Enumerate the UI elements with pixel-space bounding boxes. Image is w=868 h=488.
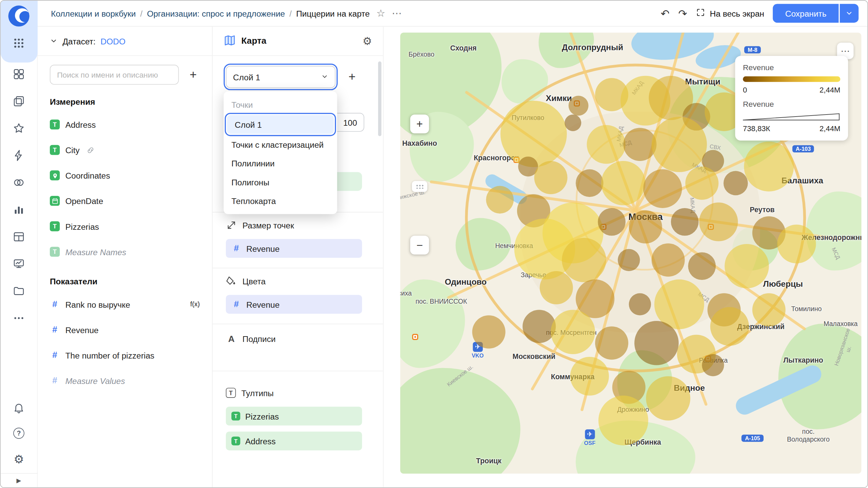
- colors-field-chip[interactable]: # Revenue: [226, 295, 362, 314]
- nav-datasets-icon[interactable]: [12, 230, 25, 243]
- map-bubble[interactable]: [652, 117, 707, 172]
- app-window: ? ⚙ ▶ Коллекции и воркбуки / Организации…: [0, 0, 868, 488]
- help-icon[interactable]: ?: [12, 427, 25, 440]
- map-bubble[interactable]: [752, 293, 786, 327]
- field-measure-names[interactable]: T Measure Names: [38, 239, 212, 264]
- map-bubble[interactable]: [570, 357, 609, 395]
- search-input[interactable]: [50, 65, 179, 85]
- field-revenue[interactable]: # Revenue: [38, 317, 212, 343]
- dropdown-option-points[interactable]: Точки: [224, 95, 337, 114]
- map-bubble[interactable]: [522, 310, 556, 343]
- field-measure-values[interactable]: # Measure Values: [38, 368, 212, 393]
- map-bubble[interactable]: [562, 238, 607, 282]
- zoom-in-button[interactable]: +: [410, 115, 429, 134]
- panel-scrollbar[interactable]: [378, 61, 381, 136]
- field-city[interactable]: T City: [38, 137, 212, 163]
- nav-workbooks-icon[interactable]: [12, 95, 25, 108]
- map-bubble[interactable]: [777, 224, 816, 263]
- apps-grid-icon[interactable]: [12, 37, 25, 50]
- map-bubble[interactable]: [629, 293, 651, 315]
- chart-settings-gear-icon[interactable]: ⚙: [362, 36, 372, 46]
- nav-files-icon[interactable]: [12, 284, 25, 298]
- map-bubble[interactable]: [629, 210, 662, 244]
- notifications-bell-icon[interactable]: [12, 401, 25, 414]
- dropdown-option-heatmap[interactable]: Теплокарта: [224, 191, 337, 210]
- dropdown-option-layer1-selected[interactable]: Слой 1: [227, 115, 334, 134]
- add-field-button[interactable]: +: [184, 66, 202, 83]
- settings-gear-icon[interactable]: ⚙: [12, 452, 25, 465]
- map-bubble[interactable]: [598, 395, 648, 445]
- map-bubble[interactable]: [724, 244, 769, 288]
- breadcrumb-link-collections[interactable]: Коллекции и воркбуки: [51, 8, 136, 18]
- text-type-icon: T: [50, 120, 60, 129]
- nav-dashboards-icon[interactable]: [12, 257, 25, 270]
- nav-connections-icon[interactable]: [12, 176, 25, 189]
- layer-select[interactable]: Слой 1: [226, 66, 335, 88]
- map-bubble[interactable]: [685, 166, 718, 200]
- undo-icon[interactable]: ↶: [660, 8, 669, 19]
- map-bubble[interactable]: [601, 161, 646, 205]
- field-label: Address: [65, 120, 96, 129]
- field-number-of-pizzerias[interactable]: # The number of pizzerias: [38, 343, 212, 368]
- map-bubble[interactable]: [646, 376, 690, 421]
- field-opendate[interactable]: OpenDate: [38, 188, 212, 214]
- dropdown-option-clustered[interactable]: Точки с кластеризацией: [224, 135, 337, 154]
- tooltip-field-chip[interactable]: T Pizzerias: [226, 407, 362, 426]
- map-bubble[interactable]: [486, 186, 514, 214]
- save-options-button[interactable]: [840, 4, 859, 23]
- map-bubble[interactable]: [551, 310, 595, 354]
- more-actions-icon[interactable]: ⋯: [392, 8, 402, 18]
- field-rank[interactable]: # Rank по выручке f(x): [38, 291, 212, 317]
- field-address[interactable]: T Address: [38, 112, 212, 137]
- map-bubble[interactable]: [634, 321, 679, 365]
- breadcrumb-link-workbook[interactable]: Организации: спрос и предложение: [147, 8, 285, 18]
- map-bubble[interactable]: [568, 96, 588, 116]
- map-canvas[interactable]: ДолгопрудныйМытищиХимкиБалашихаМоскваОди…: [400, 33, 861, 473]
- field-pizzerias[interactable]: T Pizzerias: [38, 214, 212, 239]
- tooltip-field-chip[interactable]: T Address: [226, 431, 362, 450]
- dropdown-option-polylines[interactable]: Полилинии: [224, 154, 337, 173]
- map-bubble[interactable]: [565, 114, 581, 131]
- nav-collections-icon[interactable]: [12, 67, 25, 81]
- redo-icon[interactable]: ↷: [678, 8, 687, 19]
- field-coordinates[interactable]: Coordinates: [38, 163, 212, 188]
- chevron-down-icon[interactable]: [50, 37, 58, 45]
- dropdown-option-polygons[interactable]: Полигоны: [224, 172, 337, 191]
- map-bubble[interactable]: [595, 326, 629, 360]
- map-bubble[interactable]: [744, 142, 794, 191]
- map-bubble[interactable]: [699, 202, 738, 241]
- map-bubble[interactable]: [500, 100, 567, 167]
- nav-favorites-icon[interactable]: [12, 122, 25, 135]
- point-size-field-chip[interactable]: # Revenue: [226, 239, 362, 258]
- date-type-icon: [50, 196, 60, 206]
- add-layer-button[interactable]: +: [343, 68, 361, 86]
- map-bubble[interactable]: [534, 161, 567, 194]
- map-bubble[interactable]: [576, 169, 604, 197]
- map-bubble[interactable]: [710, 307, 749, 346]
- zoom-drag-handle[interactable]: [412, 181, 428, 192]
- map-bubble[interactable]: [671, 208, 699, 236]
- save-button[interactable]: Сохранить: [773, 4, 839, 23]
- fullscreen-button[interactable]: На весь экран: [696, 8, 764, 19]
- map-bubble[interactable]: [472, 316, 506, 349]
- zoom-out-button[interactable]: −: [410, 236, 429, 255]
- map-bubble[interactable]: [688, 252, 716, 280]
- rail-collapse-button[interactable]: ▶: [0, 473, 37, 487]
- legend-size-min: 738,83К: [743, 124, 770, 133]
- dataset-name-link[interactable]: DODO: [101, 36, 125, 46]
- nav-quick-actions-icon[interactable]: [12, 149, 25, 162]
- map-bubble[interactable]: [702, 354, 724, 376]
- favorite-star-icon[interactable]: ☆: [376, 8, 385, 18]
- map-bubble[interactable]: [723, 171, 748, 195]
- field-label: Rank по выручке: [65, 300, 130, 309]
- nav-charts-icon[interactable]: [12, 203, 25, 216]
- datalens-logo[interactable]: [8, 5, 29, 26]
- nav-more-icon[interactable]: [12, 311, 25, 325]
- map-bubble[interactable]: [539, 271, 573, 305]
- map-bubble[interactable]: [587, 125, 626, 164]
- map-bubble[interactable]: [598, 208, 626, 236]
- text-type-icon: T: [231, 436, 240, 445]
- map-bubble[interactable]: [652, 244, 685, 277]
- map-bubble[interactable]: [643, 169, 682, 208]
- map-bubble[interactable]: [618, 249, 640, 271]
